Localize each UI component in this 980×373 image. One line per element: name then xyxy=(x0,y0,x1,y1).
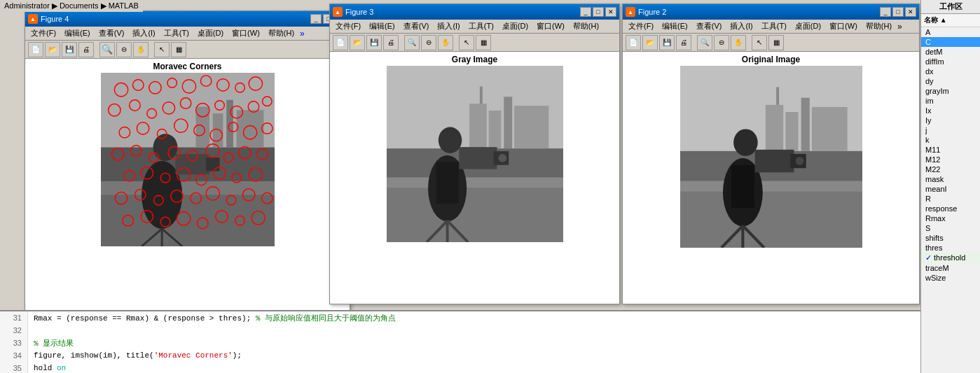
cursor-btn-2[interactable]: ↖ xyxy=(752,35,767,50)
pan-btn-2[interactable]: ✋ xyxy=(731,35,746,50)
workspace-item-j[interactable]: j xyxy=(921,125,980,135)
maximize-button-3[interactable]: □ xyxy=(593,7,604,17)
save-btn-2[interactable]: 💾 xyxy=(659,35,675,50)
pan-btn[interactable]: ✋ xyxy=(133,42,149,57)
open-btn[interactable]: 📂 xyxy=(45,42,60,57)
workspace-item-grayim[interactable]: grayIm xyxy=(921,86,980,96)
workspace-item-m12[interactable]: M12 xyxy=(921,155,980,164)
figure-3-content: Gray Image xyxy=(330,52,619,304)
zoom-out-btn-3[interactable]: ⊖ xyxy=(421,35,436,50)
menu-help-3[interactable]: 帮助(H) xyxy=(570,20,602,32)
figure-2-titlebar: ▲ Figure 2 _ □ ✕ xyxy=(623,4,919,20)
svg-point-9 xyxy=(153,134,177,161)
workspace-item-shifts[interactable]: shifts xyxy=(921,233,980,243)
matlab-icon: ▲ xyxy=(28,14,38,24)
print-btn[interactable]: 🖨 xyxy=(78,42,94,57)
menu-window-2[interactable]: 窗口(W) xyxy=(827,20,860,32)
matlab-icon-2: ▲ xyxy=(626,7,635,17)
open-btn-3[interactable]: 📂 xyxy=(350,35,365,50)
menu-tools-2[interactable]: 工具(T) xyxy=(759,20,789,32)
workspace-item-dy[interactable]: dy xyxy=(921,76,980,86)
menu-view[interactable]: 查看(V) xyxy=(96,27,127,39)
menu-insert[interactable]: 插入(I) xyxy=(130,27,158,39)
print-btn-3[interactable]: 🖨 xyxy=(383,35,399,50)
zoom-in-btn-3[interactable]: 🔍 xyxy=(404,35,420,50)
zoom-out-btn[interactable]: ⊖ xyxy=(116,42,132,57)
menu-insert-2[interactable]: 插入(I) xyxy=(727,20,755,32)
cursor-btn-3[interactable]: ↖ xyxy=(459,35,474,50)
new-btn-2[interactable]: 📄 xyxy=(626,35,641,50)
workspace-item-iy[interactable]: Iy xyxy=(921,115,980,125)
maximize-button-2[interactable]: □ xyxy=(892,7,904,17)
menu-help[interactable]: 帮助(H) xyxy=(265,27,297,39)
menu-view-3[interactable]: 查看(V) xyxy=(401,20,432,32)
workspace-item-wsize[interactable]: wSize xyxy=(921,273,980,283)
workspace-item-im[interactable]: im xyxy=(921,96,980,106)
workspace-item-diffim[interactable]: diffIm xyxy=(921,57,980,66)
close-button-3[interactable]: ✕ xyxy=(605,7,616,17)
brush-btn[interactable]: ▦ xyxy=(171,42,186,57)
close-button-2[interactable]: ✕ xyxy=(905,7,916,17)
brush-btn-3[interactable]: ▦ xyxy=(476,35,491,50)
menu-file-2[interactable]: 文件(F) xyxy=(626,20,656,32)
workspace-item-r[interactable]: R xyxy=(921,194,980,204)
menu-desktop-3[interactable]: 桌面(D) xyxy=(499,20,531,32)
new-btn-3[interactable]: 📄 xyxy=(333,35,348,50)
workspace-item-m11[interactable]: M11 xyxy=(921,145,980,155)
menu-view-2[interactable]: 查看(V) xyxy=(693,20,725,32)
menu-edit[interactable]: 编辑(E) xyxy=(62,27,93,39)
menu-window-3[interactable]: 窗口(W) xyxy=(534,20,567,32)
menu-help-2[interactable]: 帮助(H) xyxy=(863,20,895,32)
svg-point-105 xyxy=(733,129,758,156)
workspace-item-s[interactable]: S xyxy=(921,223,980,233)
print-btn-2[interactable]: 🖨 xyxy=(676,35,691,50)
svg-rect-79 xyxy=(469,104,487,148)
menu-file-3[interactable]: 文件(F) xyxy=(333,20,364,32)
workspace-item-thres[interactable]: thres xyxy=(921,243,980,253)
new-btn[interactable]: 📄 xyxy=(28,42,43,57)
workspace-item-meani[interactable]: meanI xyxy=(921,184,980,194)
zoom-out-btn-2[interactable]: ⊖ xyxy=(714,35,729,50)
menu-file[interactable]: 文件(F) xyxy=(28,27,59,39)
workspace-item-response[interactable]: response xyxy=(921,204,980,213)
svg-rect-2 xyxy=(195,106,209,147)
save-btn-3[interactable]: 💾 xyxy=(366,35,382,50)
menu-edit-2[interactable]: 编辑(E) xyxy=(659,20,691,32)
workspace-item-m22[interactable]: M22 xyxy=(921,164,980,174)
brush-btn-2[interactable]: ▦ xyxy=(768,35,784,50)
menu-tools-3[interactable]: 工具(T) xyxy=(466,20,497,32)
open-btn-2[interactable]: 📂 xyxy=(642,35,658,50)
menu-insert-3[interactable]: 插入(I) xyxy=(434,20,462,32)
minimize-button-3[interactable]: _ xyxy=(580,7,591,17)
menu-window[interactable]: 窗口(W) xyxy=(229,27,263,39)
sep2 xyxy=(150,42,153,57)
workspace-item-tracem[interactable]: traceM xyxy=(921,263,980,273)
workspace-item-mask[interactable]: mask xyxy=(921,174,980,184)
svg-point-87 xyxy=(438,127,461,153)
minimize-button[interactable]: _ xyxy=(310,14,322,24)
workspace-item-ix[interactable]: Ix xyxy=(921,106,980,115)
workspace-item-c[interactable]: C xyxy=(921,37,980,47)
menu-edit-3[interactable]: 编辑(E) xyxy=(366,20,398,32)
workspace-item-detm[interactable]: detM xyxy=(921,47,980,57)
zoom-in-btn-2[interactable]: 🔍 xyxy=(697,35,712,50)
workspace-item-threshold[interactable]: ✓ threshold xyxy=(921,253,980,263)
menu-desktop-2[interactable]: 桌面(D) xyxy=(792,20,824,32)
minimize-button-2[interactable]: _ xyxy=(880,7,891,17)
save-btn[interactable]: 💾 xyxy=(62,42,77,57)
workspace-item-rmax[interactable]: Rmax xyxy=(921,213,980,223)
sep-2 xyxy=(693,35,696,50)
zoom-in-btn[interactable]: 🔍 xyxy=(99,42,115,57)
menu-tools[interactable]: 工具(T) xyxy=(161,27,192,39)
menu-expand[interactable]: » xyxy=(300,29,305,38)
workspace-item-a[interactable]: A xyxy=(921,27,980,37)
svg-rect-81 xyxy=(504,97,512,148)
menu-desktop[interactable]: 桌面(D) xyxy=(195,27,226,39)
workspace-item-dx[interactable]: dx xyxy=(921,66,980,76)
pan-btn-3[interactable]: ✋ xyxy=(438,35,453,50)
cursor-btn[interactable]: ↖ xyxy=(154,42,170,57)
workspace-item-k[interactable]: k xyxy=(921,135,980,145)
menu-expand-2[interactable]: » xyxy=(897,22,902,31)
code-line-33: 33 % 显示结果 xyxy=(0,337,920,349)
svg-rect-7 xyxy=(101,181,275,195)
